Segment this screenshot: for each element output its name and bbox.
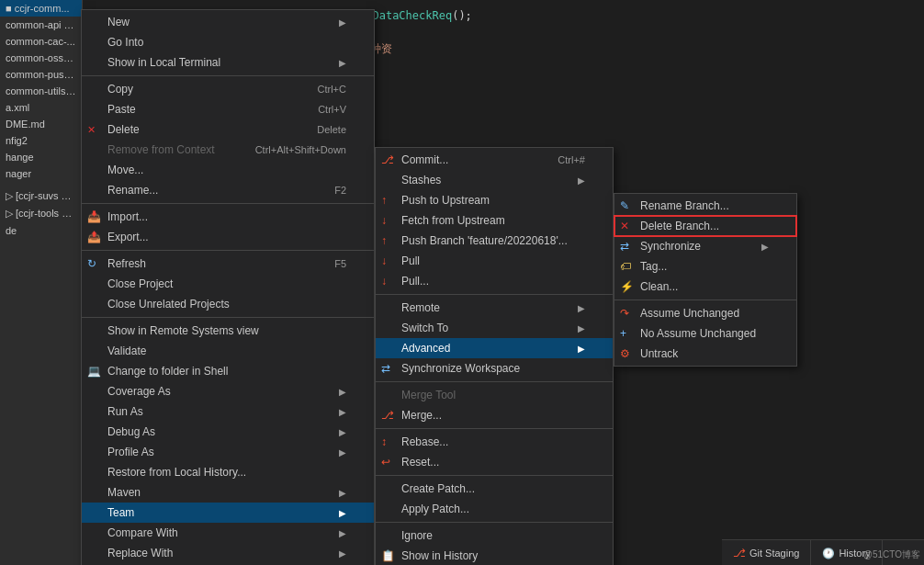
menu-item-go-into[interactable]: Go Into (82, 32, 374, 52)
menu-item-merge-tool: Merge Tool (376, 385, 613, 405)
context-menu-main: New ▶ Go Into Show in Local Terminal ▶ C… (81, 9, 375, 565)
menu-item-switch-to[interactable]: Switch To ▶ (376, 318, 613, 338)
menu-item-push-branch[interactable]: ↑ Push Branch 'feature/20220618'... (376, 231, 613, 251)
show-local-arrow-icon: ▶ (339, 58, 346, 68)
menu-item-apply-patch[interactable]: Apply Patch... (376, 499, 613, 519)
menu-item-stashes[interactable]: Stashes ▶ (376, 170, 613, 190)
rename-branch-icon: ✎ (620, 199, 629, 212)
menu-item-validate-label: Validate (107, 345, 146, 357)
sidebar-item-ccjr-tools[interactable]: ▷ [ccjr-tools ma... (0, 205, 82, 222)
menu-item-team[interactable]: Team ▶ (82, 503, 374, 523)
menu-item-no-assume-unchanged[interactable]: + No Assume Unchanged (614, 323, 796, 344)
menu-item-move[interactable]: Move... (82, 160, 374, 180)
project-sidebar: ■ ccjr-comm... common-api [cc... common-… (0, 0, 83, 565)
menu-item-sync-workspace[interactable]: ⇄ Synchronize Workspace (376, 358, 613, 379)
menu-item-rename[interactable]: Rename... F2 (82, 180, 374, 200)
menu-item-coverage-as[interactable]: Coverage As ▶ (82, 381, 374, 401)
tab-git-staging[interactable]: ⎇ Git Staging (722, 540, 811, 566)
menu-item-restore-label: Restore from Local History... (107, 466, 246, 479)
menu-item-replace-with[interactable]: Replace With ▶ (82, 543, 374, 563)
menu-item-show-local-terminal[interactable]: Show in Local Terminal ▶ (82, 52, 374, 73)
sidebar-item-xml[interactable]: a.xml (0, 99, 82, 116)
coverage-arrow-icon: ▶ (339, 387, 346, 397)
menu-item-export[interactable]: 📤 Export... (82, 227, 374, 247)
menu-item-new[interactable]: New ▶ (82, 12, 374, 32)
menu-item-validate[interactable]: Validate (82, 341, 374, 361)
menu-item-import[interactable]: 📥 Import... (82, 207, 374, 227)
menu-item-sync-workspace-label: Synchronize Workspace (401, 362, 520, 375)
menu-item-rebase[interactable]: ↕ Rebase... (376, 432, 613, 452)
maven-arrow-icon: ▶ (339, 488, 346, 498)
menu-item-go-into-label: Go Into (107, 36, 143, 49)
menu-item-maven[interactable]: Maven ▶ (82, 482, 374, 503)
menu-item-untrack[interactable]: ⚙ Untrack (614, 344, 796, 364)
menu-item-profile-as[interactable]: Profile As ▶ (82, 442, 374, 462)
sidebar-item-common-api[interactable]: common-api [cc... (0, 17, 82, 33)
menu-item-fetch-upstream[interactable]: ↓ Fetch from Upstream (376, 210, 613, 231)
history-icon: 🕐 (822, 540, 835, 566)
menu-item-clean-label: Clean... (640, 280, 678, 293)
menu-item-copy-label: Copy (107, 83, 133, 96)
menu-item-paste-label: Paste (107, 103, 136, 116)
menu-item-pull-label: Pull (401, 254, 420, 267)
fetch-icon: ↓ (381, 214, 387, 227)
menu-item-paste[interactable]: Paste Ctrl+V (82, 99, 374, 119)
menu-item-pull[interactable]: ↓ Pull (376, 251, 613, 271)
menu-item-no-assume-label: No Assume Unchanged (640, 327, 756, 340)
sidebar-item-ccjr-suvs[interactable]: ▷ [ccjr-suvs dev] (0, 187, 82, 205)
menu-item-commit[interactable]: ⎇ Commit... Ctrl+# (376, 150, 613, 170)
menu-item-change-folder[interactable]: 💻 Change to folder in Shell (82, 361, 374, 381)
menu-item-clean[interactable]: ⚡ Clean... (614, 277, 796, 297)
menu-item-show-history[interactable]: 📋 Show in History (376, 546, 613, 565)
sidebar-item-dme[interactable]: DME.md (0, 116, 82, 132)
menu-item-push-upstream[interactable]: ↑ Push to Upstream (376, 190, 613, 210)
menu-item-remove-context: Remove from Context Ctrl+Alt+Shift+Down (82, 140, 374, 160)
menu-item-ignore[interactable]: Ignore (376, 525, 613, 546)
menu-item-rename-branch[interactable]: ✎ Rename Branch... (614, 196, 796, 216)
menu-item-remote-label: Remote (401, 301, 440, 314)
team-arrow-icon: ▶ (339, 508, 346, 518)
menu-item-show-remote[interactable]: Show in Remote Systems view (82, 321, 374, 341)
menu-item-advanced[interactable]: Advanced ▶ (376, 338, 613, 358)
pull-icon: ↓ (381, 254, 387, 267)
menu-item-delete[interactable]: ✕ Delete Delete (82, 119, 374, 140)
refresh-shortcut: F5 (334, 258, 346, 269)
remote-arrow-icon: ▶ (578, 303, 585, 313)
sidebar-item-ccjr-comm[interactable]: ■ ccjr-comm... (0, 0, 82, 17)
export-icon: 📤 (87, 231, 101, 243)
menu-item-create-patch[interactable]: Create Patch... (376, 479, 613, 499)
menu-item-rename-label: Rename... (107, 184, 158, 197)
menu-item-close-project[interactable]: Close Project (82, 274, 374, 294)
sidebar-item-common-utils[interactable]: common-utils [c... (0, 83, 82, 99)
sidebar-item-common-oss[interactable]: common-oss [cc... (0, 50, 82, 66)
menu-item-restore-history[interactable]: Restore from Local History... (82, 462, 374, 482)
menu-item-assume-unchanged[interactable]: ↷ Assume Unchanged (614, 303, 796, 323)
menu-item-refresh-label: Refresh (107, 257, 146, 270)
menu-item-debug-as[interactable]: Debug As ▶ (82, 422, 374, 442)
menu-item-reset[interactable]: ↩ Reset... (376, 452, 613, 472)
menu-item-copy[interactable]: Copy Ctrl+C (82, 79, 374, 99)
remove-context-shortcut: Ctrl+Alt+Shift+Down (255, 144, 346, 155)
sidebar-item-nfig2[interactable]: nfig2 (0, 132, 82, 149)
menu-item-profile-label: Profile As (107, 446, 154, 458)
sidebar-item-hange[interactable]: hange (0, 149, 82, 165)
assume-unchanged-icon: ↷ (620, 307, 629, 320)
delete-shortcut: Delete (317, 124, 346, 135)
sidebar-item-nager[interactable]: nager (0, 165, 82, 182)
sidebar-item-common-push[interactable]: common-push [... (0, 66, 82, 83)
menu-item-pull-dots[interactable]: ↓ Pull... (376, 271, 613, 291)
menu-item-delete-branch[interactable]: ✕ Delete Branch... (614, 216, 796, 236)
menu-item-remote[interactable]: Remote ▶ (376, 298, 613, 318)
sidebar-item-common-cac[interactable]: common-cac-... (0, 33, 82, 50)
switch-arrow-icon: ▶ (578, 323, 585, 333)
menu-item-close-unrelated[interactable]: Close Unrelated Projects (82, 294, 374, 314)
menu-item-tag[interactable]: 🏷 Tag... (614, 256, 796, 277)
menu-item-close-project-label: Close Project (107, 277, 173, 290)
menu-item-merge[interactable]: ⎇ Merge... (376, 405, 613, 425)
menu-item-synchronize[interactable]: ⇄ Synchronize ▶ (614, 236, 796, 256)
context-menu-team: ⎇ Commit... Ctrl+# Stashes ▶ ↑ Push to U… (375, 147, 614, 565)
menu-item-compare-with[interactable]: Compare With ▶ (82, 523, 374, 543)
menu-item-refresh[interactable]: ↻ Refresh F5 (82, 254, 374, 274)
sidebar-item-de[interactable]: de (0, 222, 82, 239)
menu-item-run-as[interactable]: Run As ▶ (82, 401, 374, 422)
